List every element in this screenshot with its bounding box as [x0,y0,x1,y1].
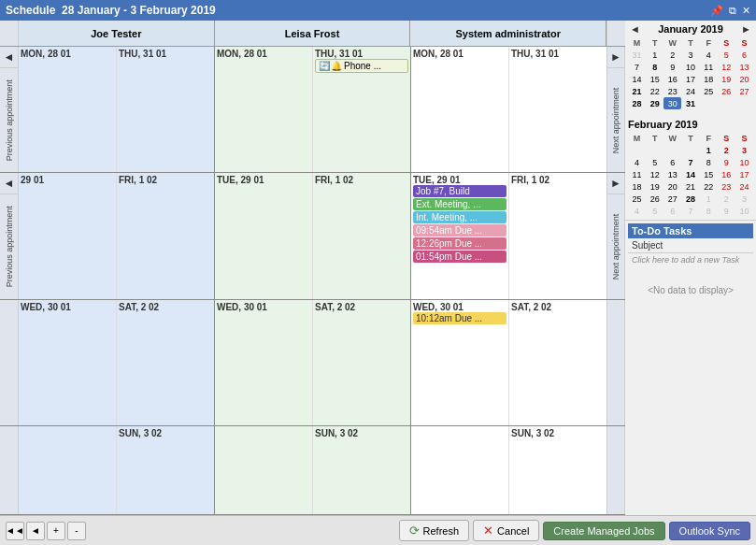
mini-jan-28[interactable]: 28 [628,97,646,109]
mini-jan-11[interactable]: 11 [700,61,718,73]
mini-jan-15[interactable]: 15 [646,73,663,85]
todo-add-new[interactable]: Click here to add a new Task [628,253,753,266]
event-job7-build[interactable]: Job #7, Build [413,185,506,197]
mini-feb-mar5[interactable]: 5 [646,205,663,217]
mini-jan-6[interactable]: 6 [735,49,753,61]
mini-feb-7[interactable]: 7 [681,156,699,168]
event-due-1012[interactable]: 10:12am Due ... [413,312,506,324]
mini-feb-20[interactable]: 20 [663,180,681,193]
mini-feb-9[interactable]: 9 [718,156,735,168]
mini-jan-14[interactable]: 14 [628,73,646,85]
refresh-button[interactable]: ⟳ Refresh [399,520,470,541]
prev-label-2[interactable]: Previous appointment [0,194,18,298]
prev-label-1[interactable]: Previous appointment [0,68,18,172]
nav-add-btn[interactable]: + [47,522,65,540]
next-arrow-1[interactable]: ► [607,47,624,68]
mini-feb-4[interactable]: 4 [628,156,646,168]
mini-feb-16[interactable]: 16 [718,168,735,180]
mini-feb-27[interactable]: 27 [663,193,681,205]
prev-arrow-2[interactable]: ◄ [0,173,18,194]
mini-jan-8[interactable]: 8 [646,61,663,73]
mini-jan-27[interactable]: 27 [735,85,753,97]
mini-feb-mar10[interactable]: 10 [735,205,753,217]
cancel-button[interactable]: ✕ Cancel [473,520,539,541]
prev-arrow-1[interactable]: ◄ [0,47,18,68]
event-due-954[interactable]: 09:54am Due ... [413,224,506,237]
mini-jan-10[interactable]: 10 [681,61,699,73]
mini-feb-6[interactable]: 6 [663,156,681,168]
mini-feb-10[interactable]: 10 [735,156,753,168]
mini-feb-18[interactable]: 18 [628,180,646,193]
nav-first-btn[interactable]: ◄◄ [6,522,24,540]
mini-feb-28[interactable]: 28 [681,193,699,205]
mini-jan-7[interactable]: 7 [628,61,646,73]
restore-icon[interactable]: ⧉ [729,5,736,17]
mini-feb-mar8[interactable]: 8 [700,205,718,217]
mini-feb-mar4[interactable]: 4 [628,205,646,217]
mini-jan-2[interactable]: 2 [663,49,681,61]
mini-feb-2[interactable]: 2 [718,144,735,156]
mini-feb-1[interactable]: 1 [700,144,718,156]
mini-feb-24[interactable]: 24 [735,180,753,193]
mini-jan-18[interactable]: 18 [700,73,718,85]
mini-feb-mar9[interactable]: 9 [718,205,735,217]
mini-jan-19[interactable]: 19 [718,73,735,85]
mini-feb-3[interactable]: 3 [735,144,753,156]
mini-feb-8[interactable]: 8 [700,156,718,168]
mini-feb-25[interactable]: 25 [628,193,646,205]
mini-jan-4[interactable]: 4 [700,49,718,61]
mini-feb-22[interactable]: 22 [700,180,718,193]
mini-jan-26[interactable]: 26 [718,85,735,97]
mini-feb-mar6[interactable]: 6 [663,205,681,217]
close-icon[interactable]: ✕ [742,5,750,17]
nav-remove-btn[interactable]: - [67,522,86,540]
mini-jan-next-btn[interactable]: ► [739,23,753,35]
mini-jan-5[interactable]: 5 [718,49,735,61]
mini-jan-23[interactable]: 23 [663,85,681,97]
mini-jan-prev-btn[interactable]: ◄ [628,23,642,35]
mini-jan-25[interactable]: 25 [700,85,718,97]
next-nav-col-1[interactable]: ► Next appointment [606,47,625,172]
mini-feb-15[interactable]: 15 [700,168,718,180]
mini-feb-mar1[interactable]: 1 [700,193,718,205]
mini-feb-mar3[interactable]: 3 [735,193,753,205]
mini-jan-13[interactable]: 13 [735,61,753,73]
mini-feb-21[interactable]: 21 [681,180,699,193]
mini-feb-11[interactable]: 11 [628,168,646,180]
phone-event[interactable]: 🔄 🔔 Phone ... [315,59,408,73]
event-due-154[interactable]: 01:54pm Due ... [413,251,506,263]
mini-jan-16[interactable]: 16 [663,73,681,85]
mini-jan-31b[interactable]: 31 [681,97,699,109]
mini-feb-mar2[interactable]: 2 [718,193,735,205]
mini-jan-21[interactable]: 21 [628,85,646,97]
next-arrow-2[interactable]: ► [607,173,624,194]
mini-jan-22[interactable]: 22 [646,85,663,97]
next-nav-col-2[interactable]: ► Next appointment [606,173,625,298]
nav-prev-btn[interactable]: ◄ [26,522,45,540]
mini-jan-9[interactable]: 9 [663,61,681,73]
mini-jan-12[interactable]: 12 [718,61,735,73]
prev-nav-col-2[interactable]: ◄ Previous appointment [0,173,19,298]
mini-jan-1[interactable]: 1 [646,49,663,61]
next-label-2[interactable]: Next appointment [607,194,624,298]
mini-feb-mar7[interactable]: 7 [681,205,699,217]
event-ext-meeting[interactable]: Ext. Meeting, ... [413,198,506,210]
mini-feb-13[interactable]: 13 [663,168,681,180]
event-due-1226[interactable]: 12:26pm Due ... [413,237,506,250]
create-managed-jobs-button[interactable]: Create Managed Jobs [543,522,664,540]
next-label-1[interactable]: Next appointment [607,68,624,172]
mini-jan-3[interactable]: 3 [681,49,699,61]
mini-feb-17[interactable]: 17 [735,168,753,180]
event-int-meeting[interactable]: Int. Meeting, ... [413,211,506,223]
mini-jan-30[interactable]: 30 [663,97,681,109]
mini-feb-5[interactable]: 5 [646,156,663,168]
mini-feb-12[interactable]: 12 [646,168,663,180]
mini-jan-31[interactable]: 31 [628,49,646,61]
prev-nav-col-1[interactable]: ◄ Previous appointment [0,47,19,172]
mini-feb-14[interactable]: 14 [681,168,699,180]
outlook-sync-button[interactable]: Outlook Sync [669,522,750,540]
mini-jan-24[interactable]: 24 [681,85,699,97]
mini-feb-26[interactable]: 26 [646,193,663,205]
mini-feb-19[interactable]: 19 [646,180,663,193]
pin-icon[interactable]: 📌 [710,5,723,17]
